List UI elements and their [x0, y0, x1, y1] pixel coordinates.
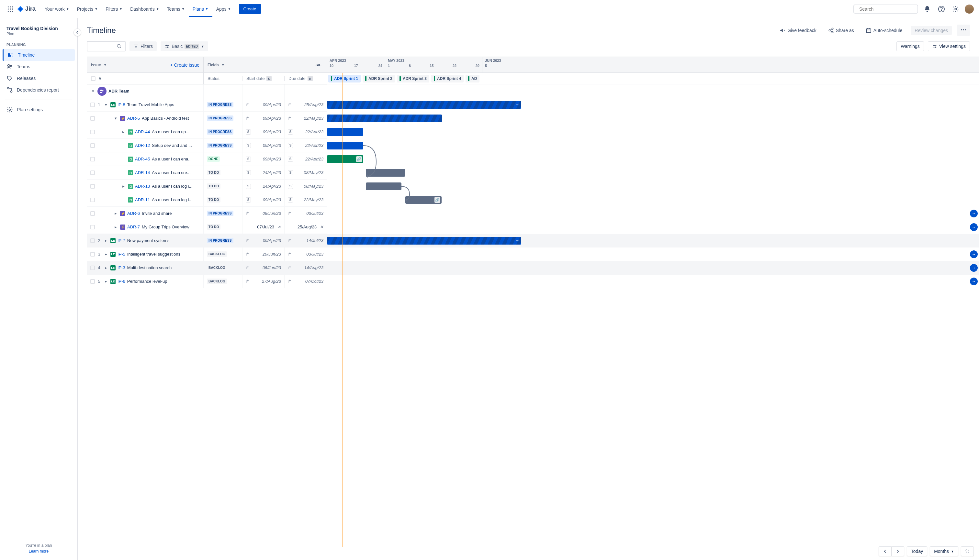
today-button[interactable]: Today: [907, 547, 927, 556]
sprint-badge[interactable]: AD: [466, 75, 479, 82]
row-checkbox[interactable]: [90, 130, 95, 134]
gantt-bar[interactable]: [366, 182, 401, 190]
issue-row[interactable]: ◻ADR-11As a user I can log i...TO DOS09/…: [87, 193, 327, 207]
start-date-cell[interactable]: S09/Apr/23: [242, 152, 284, 166]
expand-row-icon[interactable]: ▾: [103, 102, 109, 107]
view-settings-button[interactable]: View settings: [928, 42, 970, 51]
sprint-badge[interactable]: ADR Sprint 4: [431, 75, 464, 82]
expand-team-icon[interactable]: ▾: [90, 88, 95, 93]
gantt-bar[interactable]: 🔗: [405, 196, 441, 204]
status-badge[interactable]: BACKLOG: [207, 265, 227, 270]
expand-row-icon[interactable]: ▸: [103, 252, 109, 257]
scroll-right-button[interactable]: [892, 547, 904, 556]
start-date-cell[interactable]: ↱06/Jun/23: [242, 261, 284, 274]
issue-key[interactable]: IP-6: [117, 279, 125, 284]
issue-key[interactable]: ADR-45: [135, 157, 150, 162]
gantt-bar[interactable]: →: [327, 237, 521, 245]
expand-row-icon[interactable]: ▾: [113, 116, 118, 121]
expand-row-icon[interactable]: ▸: [121, 129, 126, 134]
expand-row-icon[interactable]: ▸: [121, 184, 126, 188]
learn-more-link[interactable]: Learn more: [0, 549, 77, 553]
row-checkbox[interactable]: [90, 266, 95, 270]
due-date-cell[interactable]: S08/May/23: [284, 180, 327, 193]
issue-row[interactable]: 1▾LEIP-8Team Travel Mobile AppsIN PROGRE…: [87, 98, 327, 112]
issue-row[interactable]: 3▸LEIP-5Intelligent travel suggestionsBA…: [87, 247, 327, 261]
share-as-button[interactable]: Share as: [825, 25, 857, 35]
start-date-cell[interactable]: 07/Jul/23✕: [242, 220, 284, 233]
expand-row-icon[interactable]: ▸: [113, 225, 118, 229]
start-date-cell[interactable]: ↱09/Apr/23: [242, 98, 284, 111]
sprint-badge[interactable]: ADR Sprint 3: [397, 75, 429, 82]
due-date-cell[interactable]: ↱25/Aug/23: [284, 98, 327, 111]
status-badge[interactable]: IN PROGRESS: [207, 143, 234, 148]
offscreen-indicator-icon[interactable]: →: [970, 264, 978, 272]
row-checkbox[interactable]: [90, 279, 95, 284]
status-badge[interactable]: IN PROGRESS: [207, 211, 234, 216]
give-feedback-button[interactable]: Give feedback: [776, 25, 820, 35]
status-badge[interactable]: TO DO: [207, 224, 221, 230]
issue-row[interactable]: ▾⚡ADR-5App Basics - Android testIN PROGR…: [87, 112, 327, 125]
more-actions-button[interactable]: [957, 25, 970, 36]
column-header-issue[interactable]: Issue ▼ + Create issue: [87, 57, 204, 72]
status-badge[interactable]: IN PROGRESS: [207, 238, 234, 243]
sprint-badge[interactable]: ADR Sprint 1: [328, 75, 361, 82]
status-badge[interactable]: TO DO: [207, 183, 221, 189]
auto-schedule-button[interactable]: Auto-schedule: [862, 25, 906, 35]
jira-logo[interactable]: Jira: [17, 5, 36, 13]
timeline-chart[interactable]: APR 2023101724MAY 202318152229JUN 20235 …: [327, 57, 979, 560]
expand-row-icon[interactable]: ▸: [103, 238, 109, 243]
issue-key[interactable]: ADR-14: [135, 170, 150, 175]
scroll-to-end-icon[interactable]: →: [515, 102, 519, 107]
row-checkbox[interactable]: [90, 143, 95, 148]
row-checkbox[interactable]: [90, 184, 95, 188]
due-date-cell[interactable]: ↱03/Jul/23: [284, 207, 327, 220]
create-issue-button[interactable]: + Create issue: [170, 62, 199, 68]
row-checkbox[interactable]: [90, 170, 95, 175]
start-date-cell[interactable]: S09/Apr/23: [242, 193, 284, 207]
collapse-columns-icon[interactable]: ⇥⇤: [315, 63, 321, 67]
row-checkbox[interactable]: [90, 116, 95, 121]
issue-key[interactable]: ADR-44: [135, 129, 150, 134]
row-checkbox[interactable]: [90, 252, 95, 257]
gantt-bar[interactable]: [366, 169, 405, 177]
search-input[interactable]: [859, 7, 916, 12]
expand-row-icon[interactable]: ▸: [103, 279, 109, 284]
user-avatar[interactable]: [965, 5, 974, 13]
status-badge[interactable]: TO DO: [207, 170, 221, 175]
filter-search-input[interactable]: [87, 41, 125, 52]
row-checkbox[interactable]: [90, 211, 95, 216]
gantt-bar[interactable]: 🔗: [327, 155, 363, 163]
start-date-cell[interactable]: ↱06/Jun/23: [242, 207, 284, 220]
sidebar-item-plan-settings[interactable]: Plan settings: [3, 104, 75, 115]
due-date-cell[interactable]: ↱14/Jul/23: [284, 234, 327, 247]
nav-item-your-work[interactable]: Your work▼: [41, 1, 73, 17]
issue-key[interactable]: ADR-5: [127, 116, 140, 121]
issue-row[interactable]: ◻ADR-12Setup dev and and ...IN PROGRESSS…: [87, 139, 327, 152]
help-icon[interactable]: [936, 4, 947, 14]
issue-row[interactable]: ▸◻ADR-13As a user I can log i...TO DOS24…: [87, 180, 327, 193]
start-date-cell[interactable]: ↱09/Apr/23: [242, 112, 284, 125]
status-badge[interactable]: DONE: [207, 156, 220, 162]
clear-date-icon[interactable]: ✕: [277, 225, 281, 229]
create-button[interactable]: Create: [239, 4, 261, 14]
status-badge[interactable]: TO DO: [207, 197, 221, 203]
issue-key[interactable]: IP-3: [117, 265, 125, 270]
review-changes-button[interactable]: Review changes: [911, 26, 952, 35]
select-all-checkbox[interactable]: [91, 77, 95, 81]
status-badge[interactable]: IN PROGRESS: [207, 102, 234, 107]
dependency-link-icon[interactable]: 🔗: [434, 197, 440, 203]
issue-key[interactable]: ADR-12: [135, 143, 150, 148]
sidebar-item-dependencies-report[interactable]: Dependencies report: [3, 84, 75, 96]
issue-key[interactable]: ADR-13: [135, 184, 150, 188]
issue-key[interactable]: ADR-6: [127, 211, 140, 216]
warnings-button[interactable]: Warnings: [896, 42, 924, 51]
nav-item-plans[interactable]: Plans▼: [189, 1, 212, 17]
issue-row[interactable]: 5▸LEIP-6Performance level-upBACKLOG↱27/A…: [87, 275, 327, 288]
collapse-sidebar-button[interactable]: [74, 28, 81, 36]
due-date-cell[interactable]: 25/Aug/23✕: [284, 220, 327, 233]
status-badge[interactable]: BACKLOG: [207, 278, 227, 284]
gantt-bar[interactable]: →: [327, 101, 521, 109]
nav-item-teams[interactable]: Teams▼: [163, 1, 189, 17]
row-checkbox[interactable]: [90, 157, 95, 162]
row-checkbox[interactable]: [90, 103, 95, 107]
